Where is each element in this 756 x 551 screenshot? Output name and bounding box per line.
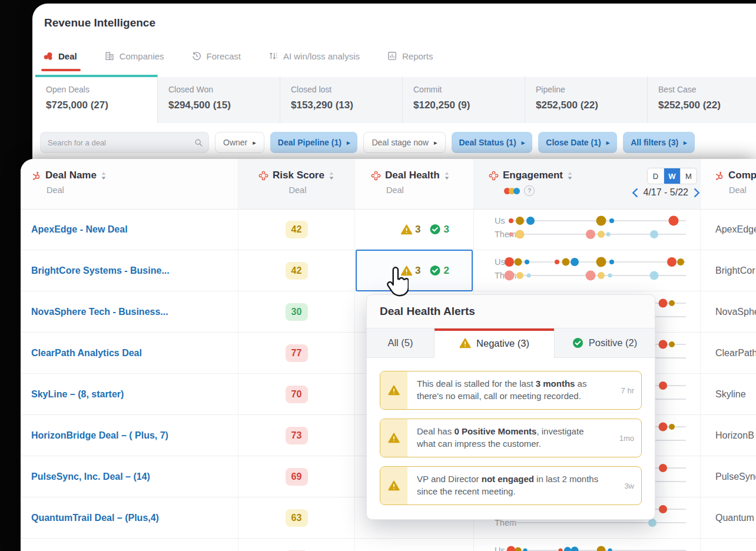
deal-search[interactable] (40, 132, 209, 153)
column-header-company[interactable]: Comp Deal (701, 159, 756, 209)
reports-icon (387, 51, 397, 61)
nav-tab-forecast[interactable]: Forecast (191, 51, 241, 61)
sort-icon[interactable] (567, 171, 573, 180)
deal-health-cell[interactable]: 33 (355, 209, 474, 250)
summary-card-best-case[interactable]: Best Case$252,500 (22) (648, 75, 756, 123)
engagement-dot (527, 274, 531, 278)
engagement-dot (516, 272, 523, 279)
engagement-dot (598, 272, 605, 279)
nav-tab-companies[interactable]: Companies (104, 51, 164, 61)
risk-score-badge: 42 (286, 221, 308, 238)
engagement-dot (669, 300, 675, 306)
filter-chip-owner[interactable]: Owner▸ (215, 132, 264, 153)
filter-chip-deal-stage-now[interactable]: Deal stage now▸ (363, 132, 445, 153)
summary-card-label: Best Case (658, 85, 756, 94)
popup-tab-all-5[interactable]: All (5) (367, 328, 435, 358)
deal-name-link[interactable]: BrightCore Systems - Busine... (31, 265, 170, 276)
risk-score-badge: 30 (286, 303, 308, 321)
deal-health-cell[interactable]: 32 (355, 250, 474, 291)
engagement-cell[interactable]: UsThem (474, 250, 701, 291)
summary-card-commit[interactable]: Commit$120,250 (9) (403, 75, 525, 123)
engagement-dot (586, 230, 595, 239)
chevron-right-icon[interactable] (694, 188, 700, 197)
filter-chip-all-filters-3[interactable]: All filters (3)▸ (623, 132, 694, 153)
search-input[interactable] (40, 132, 209, 153)
filter-chip-label: Deal Pipeline (1) (278, 138, 341, 147)
engagement-them-track (509, 522, 686, 523)
engagement-granularity-w[interactable]: W (664, 168, 681, 184)
engagement-dot (659, 464, 667, 472)
summary-card-closed-lost[interactable]: Closed lost$153,290 (13) (280, 75, 403, 123)
risk-score-badge: 73 (286, 427, 308, 444)
deal-name-link[interactable]: ApexEdge - New Deal (31, 224, 128, 235)
nav-tab-ai-win-loss-analysis[interactable]: AI win/loss analysis (268, 51, 360, 61)
filter-chip-label: Deal stage now (372, 138, 429, 147)
risk-score-badge: 70 (286, 386, 308, 403)
engagement-dot (515, 547, 522, 551)
engagement-dot (559, 549, 563, 551)
search-icon[interactable] (194, 138, 203, 147)
engagement-dot (505, 257, 514, 267)
table-row: UsThem (21, 539, 756, 551)
engagement-dot (516, 217, 524, 225)
summary-card-pipeline[interactable]: Pipeline$252,500 (22) (525, 75, 648, 123)
sort-icon[interactable] (444, 171, 450, 180)
page-title: Revenue Intelligence (44, 16, 155, 29)
summary-card-closed-won[interactable]: Closed Won$294,500 (15) (158, 75, 280, 123)
column-subtitle: Deal (386, 185, 473, 195)
popup-tab-label: Positive (2) (589, 337, 638, 348)
sort-icon[interactable] (329, 171, 334, 180)
caret-icon: ▸ (253, 139, 256, 147)
deal-name-link[interactable]: ClearPath Analytics Deal (31, 348, 142, 359)
risk-score-badge: 69 (286, 468, 308, 486)
alert-timestamp: 3w (605, 482, 641, 490)
check-icon (430, 224, 441, 235)
filter-chip-deal-status-1[interactable]: Deal Status (1)▸ (452, 132, 533, 153)
caret-icon: ▸ (522, 139, 525, 147)
column-subtitle: Deal (729, 185, 756, 195)
engagement-dot (606, 233, 611, 237)
deal-name-link[interactable]: QuantumTrail Deal – (Plus,4) (31, 513, 159, 523)
chevron-left-icon[interactable] (632, 188, 638, 197)
forecast-icon (191, 51, 202, 61)
negative-alert-count: 3 (415, 224, 420, 235)
alert-text: This deal is stalled for the last 3 mont… (407, 371, 605, 409)
engagement-dot (650, 230, 658, 238)
popup-tab-positive-2[interactable]: Positive (2) (555, 328, 655, 358)
engagement-cell[interactable]: UsThem (474, 539, 701, 551)
nav-tab-reports[interactable]: Reports (387, 51, 433, 61)
help-icon[interactable]: ? (524, 185, 535, 196)
nav-tab-deal[interactable]: Deal (43, 51, 77, 61)
deal-health-cell[interactable] (355, 539, 474, 551)
deal-name-link[interactable]: SkyLine – (8, starter) (31, 389, 124, 400)
engagement-dot (659, 381, 667, 390)
engagement-dot (564, 547, 571, 551)
column-header-deal-name[interactable]: Deal Name Deal (21, 159, 238, 209)
deal-name-link[interactable]: HorizonBridge Deal – ( Plus, 7) (31, 430, 168, 441)
column-header-deal-health[interactable]: Deal Health Deal (355, 159, 474, 209)
popup-tab-negative-3[interactable]: Negative (3) (435, 328, 555, 358)
caret-icon: ▸ (606, 139, 610, 147)
engagement-dot (669, 424, 675, 430)
column-header-engagement[interactable]: Engagement ? DWM 4/17 - 5/22 (474, 159, 701, 209)
summary-card-value: $725,000 (27) (46, 99, 157, 111)
engagement-granularity-m[interactable]: M (681, 168, 697, 184)
sort-icon[interactable] (101, 171, 107, 180)
alert-card: Deal has 0 Positive Moments, investigate… (380, 419, 642, 457)
popup-tabs: All (5)Negative (3)Positive (2) (367, 328, 655, 358)
company-name: PulseSync (715, 472, 756, 482)
summary-card-label: Commit (413, 85, 525, 94)
column-header-risk-score[interactable]: Risk Score Deal (238, 159, 355, 209)
summary-card-open-deals[interactable]: Open Deals$725,000 (27) (35, 75, 158, 123)
engagement-granularity-d[interactable]: D (648, 168, 664, 184)
nav-tab-label: Forecast (207, 51, 241, 61)
filter-chip-close-date-1[interactable]: Close Date (1)▸ (538, 132, 617, 153)
table-row: ApexEdge - New Deal4233UsThemApexEdge (21, 209, 756, 250)
deal-name-link[interactable]: NovaSphere Tech - Business... (31, 307, 168, 317)
engagement-cell[interactable]: UsThem (474, 209, 701, 250)
warning-icon (388, 433, 400, 443)
column-title: Comp (728, 170, 756, 181)
deal-icon (43, 51, 54, 61)
filter-chip-deal-pipeline-1[interactable]: Deal Pipeline (1)▸ (270, 132, 358, 153)
deal-name-link[interactable]: PulseSync, Inc. Deal – (14) (31, 472, 150, 482)
